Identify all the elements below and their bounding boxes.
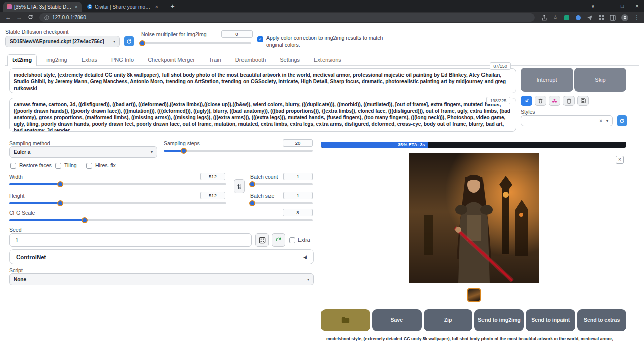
tab-train[interactable]: Train [204,54,226,66]
slider-thumb[interactable] [249,200,255,206]
back-icon[interactable]: ← [4,13,12,21]
slider-thumb[interactable] [82,217,88,223]
site-info-icon[interactable] [44,15,49,20]
batch-size-slider[interactable] [250,202,313,204]
open-folder-button[interactable] [321,309,370,331]
tab-search-chevron-icon[interactable]: ∨ [591,3,595,9]
gallery-thumbnail[interactable] [467,288,481,302]
browser-tab-stable-diffusion[interactable]: [35% ETA: 3s] Stable Diffusion × [3,2,82,12]
noise-multiplier-value[interactable]: 0 [221,30,253,38]
seed-input[interactable] [9,233,252,247]
share-icon[interactable] [541,15,547,21]
paste-generation-params-button[interactable] [521,96,532,106]
apply-styles-button[interactable] [563,96,575,106]
send-to-img2img-button[interactable]: Send to img2img [474,309,524,331]
height-label: Height [9,193,24,199]
width-value[interactable]: 512 [200,173,225,180]
menu-kebab-icon[interactable]: ⋮ [634,14,640,21]
interrupt-button[interactable]: Interrupt [521,68,573,92]
skip-button[interactable]: Skip [574,68,626,92]
restore-faces-checkbox[interactable] [10,163,16,169]
tab-title: Civitai | Share your models [95,4,153,10]
zip-button[interactable]: Zip [424,309,473,331]
generated-image-preview[interactable] [409,153,539,283]
extra-networks-button[interactable] [549,96,560,106]
tab-extensions[interactable]: Extensions [309,54,346,66]
color-correction-checkbox[interactable]: ✓ [257,36,263,42]
random-seed-button[interactable] [255,233,269,247]
extra-seed-checkbox[interactable] [289,237,295,243]
extra-seed-label: Extra [298,237,310,243]
reading-list-icon[interactable] [610,15,616,21]
batch-size-value[interactable]: 1 [283,192,313,199]
url-text: 127.0.0.1:7860 [52,15,86,20]
chevron-down-icon: ▾ [151,150,153,154]
slider-thumb[interactable] [57,200,63,206]
send-to-inpaint-button[interactable]: Send to inpaint [526,309,575,331]
tab-png-info[interactable]: PNG Info [107,54,138,66]
width-slider[interactable] [9,183,226,185]
tab-settings[interactable]: Settings [275,54,304,66]
height-slider[interactable] [9,202,226,204]
address-bar[interactable]: 127.0.0.1:7860 [39,13,535,22]
height-value[interactable]: 512 [200,192,225,199]
checkpoint-dropdown[interactable]: SD15NewVAEpruned.ckpt [27a4ac756c] ▾ [5,36,120,47]
profile-dot-icon[interactable] [575,15,581,21]
bookmark-star-icon[interactable]: ☆ [553,14,558,21]
slider-thumb[interactable] [181,148,187,154]
script-value: None [14,277,26,282]
cfg-scale-slider[interactable] [9,219,313,221]
swap-width-height-button[interactable] [234,179,245,193]
dice-icon [259,237,266,244]
slider-thumb[interactable] [139,40,145,46]
new-tab-button[interactable]: + [168,2,177,11]
sheets-table-icon[interactable] [564,15,570,21]
browser-tab-civitai[interactable]: C Civitai | Share your models × [84,2,162,12]
tab-checkpoint-merger[interactable]: Checkpoint Merger [143,54,199,66]
sampling-method-dropdown[interactable]: Euler a ▾ [9,146,157,158]
slider-thumb[interactable] [57,181,63,187]
output-actions: Save Zip Send to img2img Send to inpaint… [321,309,626,331]
tab-extras[interactable]: Extras [77,54,102,66]
clear-prompt-button[interactable] [535,96,546,106]
refresh-checkpoints-button[interactable] [124,36,134,46]
minimize-icon[interactable]: − [606,3,609,9]
tab-dreambooth[interactable]: Dreambooth [231,54,271,66]
sampling-steps-slider[interactable] [164,150,313,152]
batch-count-value[interactable]: 1 [283,173,313,180]
profile-avatar[interactable] [621,14,628,21]
send-plane-icon[interactable] [587,15,593,21]
forward-icon[interactable]: → [15,13,23,21]
refresh-styles-button[interactable] [617,115,627,126]
maximize-icon[interactable]: □ [621,3,624,9]
reload-icon[interactable] [26,13,34,21]
script-label: Script [9,267,23,273]
send-to-extras-button[interactable]: Send to extras [577,309,626,331]
clear-styles-icon[interactable]: × [599,118,602,124]
slider-thumb[interactable] [249,181,255,187]
tab-label: txt2img [12,57,32,63]
negative-prompt-textarea[interactable]: canvas frame, cartoon, 3d, ((disfigured)… [9,98,516,132]
apps-grid-icon[interactable] [598,15,604,21]
save-button[interactable]: Save [372,309,422,331]
tab-img2img[interactable]: img2img [42,54,72,66]
controlnet-accordion[interactable]: ControlNet ◀ [9,249,314,264]
hires-fix-checkbox[interactable] [86,163,92,169]
sampling-steps-value[interactable]: 20 [283,139,313,147]
tiling-checkbox[interactable] [55,163,61,169]
noise-multiplier-slider[interactable] [141,42,251,44]
close-window-icon[interactable]: × [635,3,639,10]
tab-close-icon[interactable]: × [75,4,78,9]
tab-txt2img[interactable]: txt2img [7,54,37,66]
reuse-seed-button[interactable] [272,233,285,247]
tab-label: Train [209,57,221,63]
person-icon [623,15,627,20]
close-preview-icon[interactable]: × [616,156,624,164]
styles-dropdown[interactable]: × ▾ [521,115,613,126]
cfg-scale-value[interactable]: 8 [283,209,313,216]
tab-close-icon[interactable]: × [155,4,158,9]
save-style-button[interactable] [577,96,589,106]
prompt-textarea[interactable]: modelshoot style, (extremely detailed CG… [9,68,516,93]
script-dropdown[interactable]: None ▾ [9,273,314,285]
batch-count-slider[interactable] [250,183,313,185]
